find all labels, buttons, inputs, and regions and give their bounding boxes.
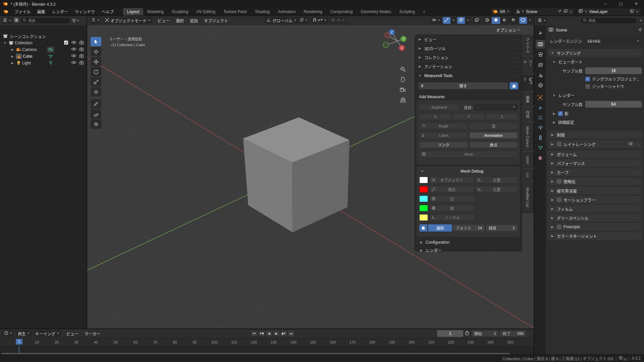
overlays-dropdown[interactable]: ▼ [465,17,471,24]
tab-world[interactable] [536,81,545,89]
language-badge[interactable]: AR ▼ [491,8,511,15]
tab-constraints[interactable] [536,133,545,142]
shadow-checkbox[interactable]: ✓ [558,111,563,116]
drag-handle[interactable]: ::::: [635,180,640,183]
hide-eye-icon[interactable] [71,54,76,59]
hide-eye-icon[interactable] [71,60,76,66]
viewlayer-selector[interactable]: ▼ ViewLayer ✕ [577,8,641,15]
panel-measureit[interactable]: ▼MeasureIt Tools::::: [415,71,522,80]
simplify-checkbox[interactable] [557,179,561,184]
sidebar-tab-edit[interactable]: 編集 [522,92,534,106]
options-button[interactable]: オプション ▼ [496,27,520,33]
debug-vertices-button[interactable]: 頂点 [429,186,474,193]
section-raytracing[interactable]: ▶レイトレーシング::::: [548,140,643,148]
gizmos-dropdown[interactable]: ▼ [451,17,456,24]
chevron-down-icon[interactable]: ▼ [639,19,642,22]
face-color-swatch[interactable] [419,205,428,212]
filter-button[interactable]: ▼ [72,18,79,23]
properties-search-input[interactable] [588,19,635,23]
pin-icon[interactable] [558,9,562,14]
section-clamping[interactable]: ▶制限::::: [548,131,643,139]
tab-modifiers[interactable] [536,103,545,112]
collection-checkbox[interactable] [64,40,68,46]
shading-wireframe-button[interactable] [483,17,491,24]
pin-icon[interactable] [638,27,642,33]
rotate-tool-button[interactable] [91,67,101,76]
select-tool-button[interactable] [91,37,101,46]
viewport-samples-field[interactable]: 16 [585,67,642,74]
blender-menu-icon[interactable] [3,9,8,14]
add-workspace-button[interactable]: + [419,8,429,15]
label-button[interactable]: a Label [419,132,468,139]
timeline-menu-view[interactable]: ビュー [63,331,82,337]
workspace-tab-sculpting[interactable]: Sculpting [168,8,192,15]
timeline-menu-marker[interactable]: マーカー [82,331,104,337]
viewport-render-dropdown[interactable]: ▼ [527,17,533,24]
tab-object[interactable] [536,93,545,102]
xray-toggle[interactable] [473,17,481,24]
workspace-tab-scripting[interactable]: Scripting [395,8,419,15]
cube-row[interactable]: ▶ Cube [0,53,87,60]
drag-handle[interactable]: ::::: [635,189,640,192]
drag-handle[interactable]: ::::: [514,56,519,59]
drag-handle[interactable]: ::::: [635,217,640,220]
editor-type-button[interactable]: ▼ [536,17,547,24]
timeline-ruler[interactable]: 1020304050607080901001101201301401501601… [0,338,534,346]
mode-dropdown[interactable]: オブジェクトモード ▼ [103,17,153,24]
display-mode-button[interactable] [14,18,19,23]
tab-physics[interactable] [536,123,545,132]
menu-render[interactable]: レンダー [49,8,71,15]
move-tool-button[interactable] [91,57,101,66]
tab-render[interactable] [536,40,545,49]
workspace-tab-modeling[interactable]: Modeling [143,8,168,15]
workspace-tab-geometrynodes[interactable]: Geometry Nodes [357,8,395,15]
shading-solid-button[interactable] [492,17,500,24]
sidebar-tab-morecolors[interactable]: More Colors! [522,122,534,151]
transform-tool-button[interactable] [91,87,101,97]
configuration-section[interactable]: ▶ Configuration [419,240,449,245]
add-cube-tool-button[interactable] [91,119,101,129]
expand-icon[interactable]: ▶ [10,55,15,58]
light-data-icon[interactable] [47,60,54,66]
disable-render-icon[interactable] [79,61,84,66]
menu-help[interactable]: ヘルプ [98,8,117,15]
pivot-point-dropdown[interactable]: ▼ [298,17,309,24]
measureit-render-section[interactable]: ▶ レンダー [419,247,442,253]
section-motion-blur[interactable]: ▶モーションブラー::::: [548,196,643,204]
drag-handle[interactable]: ::::: [514,74,519,77]
viewport-menu-object[interactable]: オブジェクト [201,18,231,23]
debug-object-location-button[interactable]: 位置 [475,177,518,183]
expand-icon[interactable]: ▶ [10,48,15,51]
section-color-management[interactable]: ▶カラーマネージメント::::: [548,232,643,240]
collection-row[interactable]: ▼ Collection [0,40,87,46]
section-film[interactable]: ▶フィルム::::: [548,205,643,213]
outliner-search[interactable] [20,17,70,24]
debug-edges-button[interactable]: 辺 [429,195,475,202]
drag-handle[interactable]: ::::: [635,52,640,55]
jump-to-start-button[interactable]: ⏮ [251,330,258,337]
edge-color-swatch[interactable] [419,195,428,202]
playhead-line[interactable] [19,346,19,353]
scene-collection-row[interactable]: シーンコレクション [0,33,87,40]
hide-eye-icon[interactable] [71,47,76,52]
gizmos-toggle[interactable] [443,17,450,24]
viewport-menu-select[interactable]: 選択 [173,18,187,23]
tab-object-data[interactable] [536,143,545,152]
snap-group[interactable]: ▼ [311,17,328,24]
workspace-tab-compositing[interactable]: Compositing [326,8,357,15]
prev-keyframe-button[interactable]: ⯇◆ [258,330,265,337]
editor-type-button[interactable]: ▼ [2,17,13,24]
drag-handle[interactable]: ::::: [635,133,640,136]
precision-field[interactable]: 精度 1 [486,224,518,232]
drag-handle[interactable]: ::::: [635,171,640,174]
transform-orientation-dropdown[interactable]: グローバル ▼ [265,17,299,24]
drag-handle[interactable]: ::::: [514,47,519,50]
disable-render-icon[interactable] [79,47,84,52]
properties-search[interactable] [580,17,637,24]
section-sampling[interactable]: ▼ サンプリング ::::: [548,49,643,57]
camera-data-icon[interactable] [47,47,54,53]
tab-particles[interactable] [536,113,545,122]
drag-handle[interactable]: ::::: [635,235,640,238]
navigation-gizmo[interactable]: Z Y X [382,27,413,57]
unlink-scene-icon[interactable]: ✕ [569,9,573,14]
